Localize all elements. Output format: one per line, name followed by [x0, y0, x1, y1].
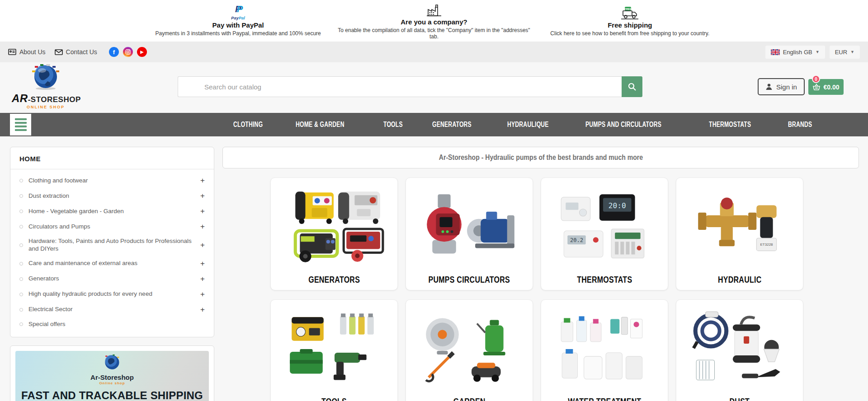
expand-plus-icon[interactable]: + — [200, 191, 205, 200]
sidebar-item-hydraulic-products[interactable]: High quality hydraulic products for ever… — [10, 287, 214, 302]
facebook-icon[interactable]: f — [109, 47, 119, 57]
paypal-title: Pay with PayPal — [212, 21, 264, 29]
sidebar-item-home-vegetable-garden[interactable]: Home - Vegetable garden - Garden + — [10, 204, 214, 219]
secondary-header: About Us Contact Us f ▶ — [0, 42, 868, 62]
free-shipping-title: Free shipping — [608, 21, 652, 29]
nav-item-generators[interactable]: GENERATORS — [432, 121, 472, 129]
nav-item-clothing[interactable]: CLOTHING — [233, 121, 263, 129]
tools-category-image — [271, 300, 397, 396]
generators-category-image — [271, 178, 397, 275]
expand-plus-icon[interactable]: + — [200, 222, 205, 231]
free-shipping-info-block[interactable]: FREE Free shipping Click here to see how… — [532, 0, 728, 42]
paypal-wordmark-pal: Pal — [239, 16, 245, 20]
company-title: Are you a company? — [401, 18, 467, 26]
svg-text:ET3228: ET3228 — [760, 242, 773, 247]
nav-item-tools[interactable]: TOOLS — [383, 121, 403, 129]
instagram-icon[interactable] — [123, 47, 133, 57]
sign-in-label: Sign in — [776, 83, 797, 91]
thermostats-category-image: 20:0 20.2 — [541, 178, 668, 275]
dust-category-image — [676, 300, 803, 396]
category-card-garden[interactable]: GARDEN — [406, 299, 533, 401]
social-links: f ▶ — [109, 47, 147, 57]
category-card-hydraulic[interactable]: ET3228 HYDRAULIC — [676, 177, 803, 290]
company-info-block[interactable]: Are you a company? To enable the compila… — [336, 0, 532, 42]
logo-wordmark: AR-STORESHOP — [12, 92, 80, 105]
youtube-icon[interactable]: ▶ — [137, 47, 147, 57]
language-selector[interactable]: English GB ▼ — [765, 46, 825, 59]
free-shipping-subtitle: Click here to see how to benefit from fr… — [550, 30, 709, 37]
search-icon — [627, 82, 637, 91]
masthead: AR-STORESHOP ONLINE SHOP Sign in 0 — [0, 62, 868, 113]
paypal-info-block[interactable]: P P PayPal Pay with PayPal Payments in 3… — [140, 0, 336, 42]
bullet-icon — [19, 262, 23, 266]
sidebar-item-generators[interactable]: Generators + — [10, 271, 214, 287]
search-button[interactable] — [622, 76, 642, 97]
top-info-bar: P P PayPal Pay with PayPal Payments in 3… — [0, 0, 868, 42]
search-input[interactable] — [178, 76, 622, 97]
currency-selector[interactable]: EUR ▼ — [830, 46, 860, 59]
nav-item-home-garden[interactable]: HOME & GARDEN — [296, 121, 344, 129]
sidebar-item-hardware[interactable]: Hardware: Tools, Paints and Auto Product… — [10, 234, 214, 256]
company-subtitle: To enable the compilation of all data, t… — [336, 27, 532, 40]
expand-plus-icon[interactable]: + — [200, 290, 205, 299]
about-us-label: About Us — [19, 48, 46, 56]
page: P P PayPal Pay with PayPal Payments in 3… — [0, 0, 868, 401]
nav-item-brands[interactable]: BRANDS — [788, 121, 812, 129]
contact-us-link[interactable]: Contact Us — [55, 48, 97, 56]
category-card-water-treatment[interactable]: WATER TREATMENT — [541, 299, 668, 401]
globe-logo-icon — [103, 354, 121, 371]
about-us-link[interactable]: About Us — [8, 48, 46, 56]
category-label: PUMPS CIRCULATORS — [429, 275, 510, 285]
sidebar-item-electrical-sector[interactable]: Electrical Sector + — [10, 302, 214, 317]
expand-plus-icon[interactable]: + — [200, 176, 205, 185]
bullet-icon — [19, 194, 23, 198]
category-grid: GENERATORS PUMPS CI — [222, 177, 859, 401]
promo-brand-subtitle: Online shop — [15, 381, 209, 385]
cart-button[interactable]: 0 €0.00 — [808, 79, 844, 95]
expand-plus-icon[interactable]: + — [200, 207, 205, 216]
factory-icon — [426, 2, 442, 17]
chevron-down-icon: ▼ — [816, 50, 820, 54]
water-treatment-category-image — [541, 300, 668, 396]
category-card-thermostats[interactable]: 20:0 20.2 THERMOSTATS — [541, 177, 668, 290]
svg-text:P: P — [237, 4, 243, 14]
paypal-wordmark-pay: Pay — [231, 16, 239, 20]
store-logo[interactable]: AR-STORESHOP ONLINE SHOP — [12, 64, 80, 109]
paypal-icon: P P PayPal — [231, 5, 245, 20]
svg-text:20:0: 20:0 — [609, 201, 626, 210]
promo-brand: Ar-Storeshop — [15, 373, 209, 381]
sidebar-item-circulators-pumps[interactable]: Circulators and Pumps + — [10, 219, 214, 234]
language-value: English GB — [783, 49, 812, 56]
nav-item-hydraulique[interactable]: HYDRAULIQUE — [507, 121, 549, 129]
category-card-tools[interactable]: TOOLS — [270, 299, 398, 401]
sidebar-item-special-offers[interactable]: Special offers — [10, 317, 214, 331]
nav-item-thermostats[interactable]: THERMOSTATS — [709, 121, 751, 129]
expand-plus-icon[interactable]: + — [200, 305, 205, 314]
bullet-icon — [19, 210, 23, 213]
promo-title: FAST AND TRACKABLE SHIPPING — [15, 389, 209, 401]
sidebar-item-care-external-areas[interactable]: Care and maintenance of external areas + — [10, 256, 214, 271]
bullet-icon — [19, 277, 23, 281]
category-card-pumps-circulators[interactable]: PUMPS CIRCULATORS — [406, 177, 533, 290]
expand-plus-icon[interactable]: + — [200, 275, 205, 284]
sidebar-item-clothing-footwear[interactable]: Clothing and footwear + — [10, 173, 214, 188]
bullet-icon — [19, 225, 23, 228]
nav-item-pumps-circulators[interactable]: PUMPS AND CIRCULATORS — [585, 121, 661, 129]
expand-plus-icon[interactable]: + — [200, 259, 205, 268]
bullet-icon — [19, 179, 23, 182]
expand-plus-icon[interactable]: + — [200, 241, 205, 250]
category-card-dust[interactable]: DUST — [676, 299, 803, 401]
hamburger-menu-icon[interactable] — [10, 114, 31, 135]
uk-flag-icon — [771, 49, 780, 55]
contact-us-label: Contact Us — [66, 48, 97, 56]
sidebar-item-dust-extraction[interactable]: Dust extraction + — [10, 188, 214, 204]
paypal-subtitle: Payments in 3 installments with Paypal, … — [156, 30, 321, 37]
category-label: TOOLS — [321, 396, 347, 401]
category-card-generators[interactable]: GENERATORS — [270, 177, 398, 290]
category-label: HYDRAULIC — [718, 275, 761, 285]
sign-in-button[interactable]: Sign in — [758, 78, 805, 95]
main-navigation: CLOTHING HOME & GARDEN TOOLS GENERATORS … — [0, 113, 868, 136]
cart-total: €0.00 — [823, 84, 839, 91]
shipping-promo-banner[interactable]: Ar-Storeshop Online shop FAST AND TRACKA… — [10, 345, 214, 401]
globe-logo-icon — [31, 64, 60, 90]
